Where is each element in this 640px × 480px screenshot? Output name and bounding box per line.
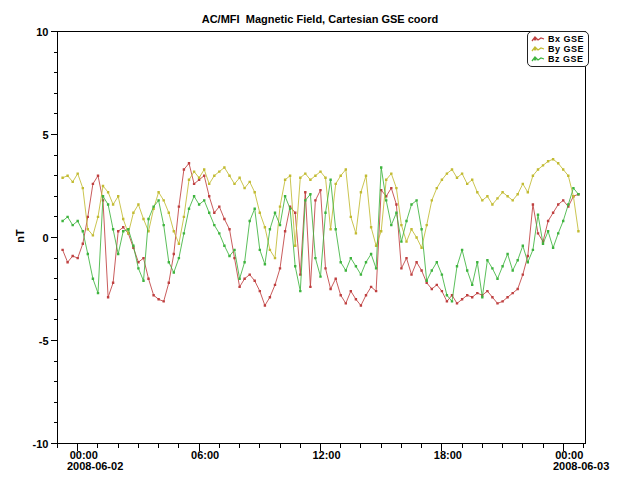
series-bz-gse (61, 166, 579, 302)
x-tick-label: 12:00 (312, 449, 340, 461)
legend-item-by: By GSE (531, 44, 584, 54)
by-line-sample-icon (531, 45, 545, 54)
series-markers-bx-gse (61, 162, 579, 307)
x-tick-label: 18:00 (434, 449, 462, 461)
legend-item-bx: Bx GSE (531, 34, 584, 44)
series-line-by-gse (63, 159, 579, 258)
y-tick-label: -5 (39, 335, 49, 347)
legend-item-bz: Bz GSE (531, 54, 584, 64)
series-markers-by-gse (61, 158, 579, 259)
y-tick-label: 10 (36, 26, 48, 38)
series-line-bz-gse (63, 168, 579, 302)
plot-figure: AC/MFI Magnetic Field, Cartesian GSE coo… (0, 0, 640, 480)
y-tick-label: -10 (33, 438, 49, 450)
x-tick-label: 00:00 (70, 449, 98, 461)
x-tick-label: 00:00 (555, 449, 583, 461)
chart-canvas: -10-5051000:0006:0012:0018:0000:00 (0, 0, 640, 480)
legend-label-by: By GSE (548, 44, 584, 54)
x-tick-label: 06:00 (191, 449, 219, 461)
legend-label-bz: Bz GSE (548, 54, 584, 64)
y-tick-label: 0 (42, 232, 48, 244)
y-tick-label: 5 (42, 129, 48, 141)
legend-box: Bx GSE By GSE Bz GSE (527, 31, 589, 67)
bz-line-sample-icon (531, 55, 545, 64)
plot-frame (58, 32, 586, 444)
series-by-gse (61, 158, 579, 259)
series-line-bx-gse (63, 163, 579, 305)
series-markers-bz-gse (61, 166, 579, 302)
x-axis-end-date: 2008-06-03 (553, 460, 609, 472)
series-bx-gse (61, 162, 579, 307)
x-axis-start-date: 2008-06-02 (67, 460, 123, 472)
bx-line-sample-icon (531, 35, 545, 44)
legend-label-bx: Bx GSE (548, 34, 584, 44)
